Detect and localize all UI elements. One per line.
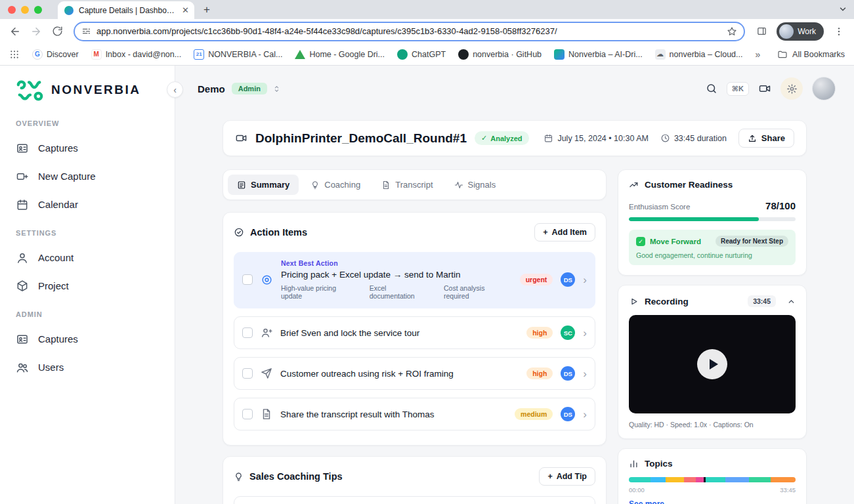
app-header: Demo Admin ⌘K [175, 66, 854, 112]
bookmark-github[interactable]: nonverbia · GitHub [458, 49, 542, 60]
topic-segment[interactable] [749, 477, 771, 482]
apps-grid-icon[interactable] [9, 49, 20, 60]
priority-badge: high [526, 327, 553, 339]
enthusiasm-progress-fill [629, 217, 759, 221]
browser-profile-chip[interactable]: Work [777, 22, 824, 41]
tab-search-icon[interactable] [838, 5, 847, 14]
browser-tab[interactable]: Capture Details | Dashboard ✕ [58, 1, 194, 19]
nonverbia-logo-icon [16, 79, 45, 101]
new-tab-button[interactable]: + [198, 1, 215, 18]
reload-button[interactable] [47, 22, 67, 41]
topic-segment[interactable] [629, 477, 651, 482]
action-item-checkbox[interactable] [242, 368, 253, 379]
tab-close-icon[interactable]: ✕ [182, 6, 189, 14]
zoom-window-button[interactable] [34, 6, 42, 14]
site-settings-icon[interactable] [81, 26, 91, 36]
id-badge-icon [16, 142, 29, 155]
bookmark-chatgpt[interactable]: ChatGPT [397, 49, 446, 60]
sidebar-item-label: Captures [38, 333, 78, 345]
video-player[interactable] [629, 315, 796, 413]
coaching-tip-row[interactable]: $ Ask the budget question earlier — then… [234, 496, 595, 504]
assignee-avatar[interactable]: SC [561, 326, 575, 340]
add-item-button[interactable]: + Add Item [534, 223, 595, 242]
action-item-checkbox[interactable] [242, 409, 253, 419]
bookmark-inbox[interactable]: M Inbox - david@non... [91, 49, 182, 60]
settings-button[interactable] [780, 77, 803, 100]
video-camera-icon[interactable] [758, 82, 771, 95]
calendar-favicon: 21 [194, 49, 204, 60]
sidebar-item-captures[interactable]: Captures [16, 134, 163, 162]
browser-window: Capture Details | Dashboard ✕ + app.nonv… [0, 0, 854, 504]
tab-summary[interactable]: Summary [228, 175, 299, 195]
play-button[interactable] [697, 349, 727, 379]
topic-segment[interactable] [771, 477, 796, 482]
browser-menu-icon[interactable] [829, 22, 849, 41]
bookmark-cloud[interactable]: ☁ nonverbia – Cloud... [655, 49, 743, 60]
bookmark-ai-drive[interactable]: Nonverbia – AI-Dri... [554, 49, 643, 60]
sidebar-item-new-capture[interactable]: New Capture [16, 162, 163, 190]
chevron-right-icon[interactable]: › [583, 274, 587, 285]
topics-card: Topics 00:00 33:45 See more [618, 448, 807, 504]
topics-timeline-bar[interactable] [629, 477, 796, 482]
sidebar-item-label: Project [38, 280, 69, 291]
action-item-row[interactable]: Brief Sven and lock the service tour hig… [234, 316, 595, 349]
bookmarks-overflow-icon[interactable]: » [756, 49, 759, 60]
topic-segment[interactable] [706, 477, 725, 482]
topic-segment[interactable] [725, 477, 749, 482]
back-button[interactable] [5, 22, 25, 41]
verdict-panel: ✓ Move Forward Ready for Next Step Good … [629, 230, 796, 265]
tab-transcript[interactable]: Transcript [372, 175, 442, 195]
user-avatar[interactable] [812, 77, 836, 100]
brand[interactable]: NONVERBIA [16, 79, 163, 101]
action-item-checkbox[interactable] [242, 327, 253, 338]
action-item-row[interactable]: Customer outreach using risk + ROI frami… [234, 357, 595, 390]
topic-segment[interactable] [696, 477, 704, 482]
sidebar-item-account[interactable]: Account [16, 243, 163, 272]
forward-button[interactable] [26, 22, 46, 41]
see-more-link[interactable]: See more [629, 499, 796, 504]
close-window-button[interactable] [8, 6, 16, 14]
topic-segment[interactable] [666, 477, 684, 482]
project-switcher-icon[interactable] [272, 85, 281, 93]
sidebar-collapse-button[interactable]: ‹ [167, 81, 183, 98]
cube-icon [16, 280, 29, 293]
bookmark-drive[interactable]: Home - Google Dri... [295, 50, 385, 59]
sidebar-item-admin-captures[interactable]: Captures [16, 325, 163, 353]
sidebar-item-users[interactable]: Users [16, 353, 163, 381]
users-icon [16, 361, 29, 374]
assignee-avatar[interactable]: DS [561, 272, 575, 287]
tab-coaching[interactable]: Coaching [301, 175, 370, 195]
address-bar[interactable]: app.nonverbia.com/projects/c1cc36bb-90d1… [74, 22, 745, 41]
target-icon [261, 274, 273, 286]
url-text[interactable]: app.nonverbia.com/projects/c1cc36bb-90d1… [96, 26, 721, 36]
action-item-row[interactable]: Next Best Action Pricing pack + Excel up… [234, 252, 595, 308]
id-badge-icon [16, 333, 29, 346]
topic-segment[interactable] [651, 477, 666, 482]
capture-duration: 33:45 duration [660, 133, 727, 143]
add-tip-button[interactable]: + Add Tip [539, 467, 595, 486]
minimize-window-button[interactable] [21, 6, 29, 14]
sidebar-item-calendar[interactable]: Calendar [16, 190, 163, 219]
project-name[interactable]: Demo [198, 83, 225, 94]
bookmark-star-icon[interactable] [727, 26, 737, 37]
chevron-up-icon[interactable] [787, 297, 796, 306]
search-shortcut-chip[interactable]: ⌘K [727, 82, 749, 96]
assignee-avatar[interactable]: DS [561, 366, 575, 381]
chevron-right-icon[interactable]: › [583, 368, 587, 379]
share-button[interactable]: Share [738, 129, 794, 148]
bookmark-discover[interactable]: G Discover [32, 49, 79, 60]
tab-signals[interactable]: Signals [445, 175, 505, 195]
calendar-icon [544, 133, 553, 143]
action-item-row[interactable]: Share the transcript result with Thomas … [234, 398, 595, 430]
topic-segment[interactable] [684, 477, 696, 482]
side-panel-icon[interactable] [752, 22, 771, 41]
chevron-right-icon[interactable]: › [583, 409, 587, 420]
search-icon[interactable] [706, 83, 717, 94]
bookmark-calendar[interactable]: 21 NONVERBIA - Cal... [194, 49, 282, 60]
assignee-avatar[interactable]: DS [561, 407, 575, 421]
clock-icon [660, 133, 670, 143]
action-item-checkbox[interactable] [242, 274, 253, 285]
chevron-right-icon[interactable]: › [583, 327, 587, 339]
all-bookmarks-button[interactable]: All Bookmarks [777, 49, 845, 60]
sidebar-item-project[interactable]: Project [16, 272, 163, 300]
